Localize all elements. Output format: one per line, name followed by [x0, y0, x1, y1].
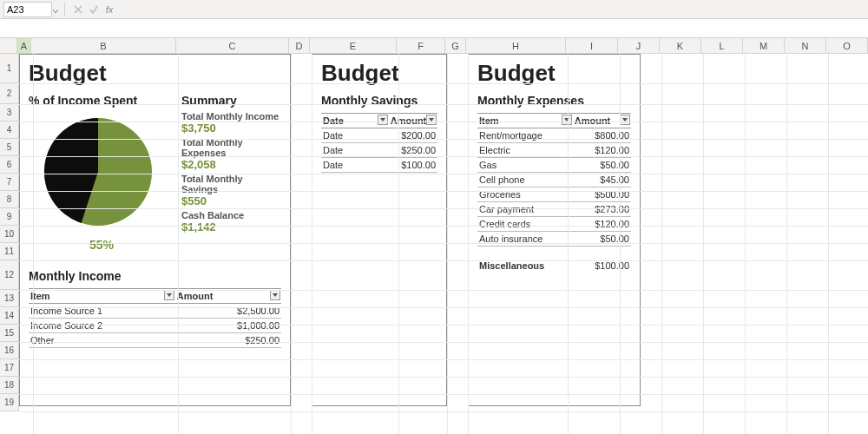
col-header-O[interactable]: O: [826, 38, 868, 54]
row-headers: 12345678910111213141516171819: [0, 54, 19, 411]
row-header-19[interactable]: 19: [0, 394, 19, 411]
enter-icon[interactable]: [88, 3, 100, 16]
sheet-area[interactable]: Budget % of Income Spent 55% Summary Tot…: [19, 54, 868, 434]
name-box[interactable]: [3, 2, 52, 17]
col-header-L[interactable]: L: [701, 38, 743, 54]
table-row[interactable]: Date$100.00: [321, 158, 437, 173]
col-header-J[interactable]: J: [618, 38, 660, 54]
cell: $100.00: [389, 158, 437, 173]
table-row[interactable]: Date$200.00: [321, 128, 437, 143]
cell: Gas: [477, 158, 573, 173]
budget-summary-panel: Budget % of Income Spent 55% Summary Tot…: [19, 54, 291, 406]
cell: Groceries: [477, 187, 573, 202]
formula-input[interactable]: [0, 21, 868, 36]
tmi-value: $3,750: [181, 122, 281, 135]
col-header-G[interactable]: G: [445, 38, 466, 54]
tme-label: Total Monthly Expenses: [181, 137, 281, 158]
income-amount-header[interactable]: Amount: [175, 289, 281, 304]
expenses-heading: Monthly Expenses: [477, 94, 631, 108]
col-header-B[interactable]: B: [31, 38, 176, 54]
cell: $2,500.00: [175, 304, 281, 319]
table-row[interactable]: Date$250.00: [321, 143, 437, 158]
row-header-11[interactable]: 11: [0, 243, 19, 260]
col-header-I[interactable]: I: [566, 38, 618, 54]
row-header-14[interactable]: 14: [0, 307, 19, 325]
row-header-9[interactable]: 9: [0, 208, 19, 226]
spreadsheet-grid: ABCDEFGHIJKLMNO 123456789101112131415161…: [0, 38, 868, 434]
table-row[interactable]: Car payment$273.00: [477, 202, 631, 217]
row-header-15[interactable]: 15: [0, 325, 19, 342]
table-row[interactable]: Electric$120.00: [477, 143, 631, 158]
col-header-C[interactable]: C: [176, 38, 289, 54]
cancel-icon[interactable]: [72, 3, 84, 16]
table-row[interactable]: Cell phone$45.00: [477, 173, 631, 187]
col-header-M[interactable]: M: [743, 38, 785, 54]
cell: $45.00: [573, 173, 631, 187]
table-row[interactable]: Gas$50.00: [477, 158, 631, 173]
cell: Credit cards: [477, 217, 573, 232]
table-row[interactable]: Other$250.00: [29, 333, 281, 348]
row-header-1[interactable]: 1: [0, 54, 19, 83]
col-header-K[interactable]: K: [660, 38, 701, 54]
row-header-18[interactable]: 18: [0, 377, 19, 394]
tmi-label: Total Monthly Income: [181, 111, 281, 122]
table-row[interactable]: Groceries$500.00: [477, 187, 631, 202]
select-all-corner[interactable]: [0, 38, 17, 54]
row-header-10[interactable]: 10: [0, 226, 19, 243]
cb-value: $1,142: [181, 220, 281, 233]
cell: Date: [321, 128, 389, 143]
col-header-A[interactable]: A: [17, 38, 31, 54]
cell: $800.00: [573, 128, 631, 143]
filter-icon[interactable]: [620, 115, 630, 125]
column-headers: ABCDEFGHIJKLMNO: [0, 38, 868, 54]
col-header-H[interactable]: H: [466, 38, 566, 54]
formula-bar: [0, 19, 868, 38]
row-header-2[interactable]: 2: [0, 83, 19, 104]
cell: Car payment: [477, 202, 573, 217]
col-header-N[interactable]: N: [785, 38, 826, 54]
row-header-7[interactable]: 7: [0, 174, 19, 191]
row-header-17[interactable]: 17: [0, 359, 19, 377]
savings-date-header[interactable]: Date: [321, 114, 389, 128]
fx-icon[interactable]: fx: [103, 3, 115, 16]
table-row[interactable]: Income Source 1$2,500.00: [29, 304, 281, 319]
cell: Date: [321, 143, 389, 158]
filter-icon[interactable]: [164, 290, 174, 300]
expenses-item-header[interactable]: Item: [477, 114, 573, 128]
cell: $120.00: [573, 143, 631, 158]
tme-value: $2,058: [181, 158, 281, 171]
savings-panel: Budget Monthly Savings Date Amount Date$…: [312, 54, 447, 406]
savings-amount-header[interactable]: Amount: [389, 114, 437, 128]
row-header-16[interactable]: 16: [0, 342, 19, 359]
row-header-13[interactable]: 13: [0, 290, 19, 307]
cell: $50.00: [573, 158, 631, 173]
col-header-E[interactable]: E: [310, 38, 397, 54]
cell: Cell phone: [477, 173, 573, 187]
income-item-header[interactable]: Item: [29, 289, 175, 304]
filter-icon[interactable]: [562, 115, 572, 125]
cell: $1,000.00: [175, 319, 281, 333]
table-row[interactable]: Rent/mortgage$800.00: [477, 128, 631, 143]
table-row[interactable]: Credit cards$120.00: [477, 217, 631, 232]
cell: $120.00: [573, 217, 631, 232]
cell: Date: [321, 158, 389, 173]
table-row[interactable]: Income Source 2$1,000.00: [29, 319, 281, 333]
filter-icon[interactable]: [270, 290, 280, 300]
row-header-5[interactable]: 5: [0, 139, 19, 156]
col-header-F[interactable]: F: [397, 38, 445, 54]
pie-chart: [37, 111, 159, 233]
row-header-6[interactable]: 6: [0, 156, 19, 174]
row-header-3[interactable]: 3: [0, 104, 19, 122]
filter-icon[interactable]: [426, 115, 437, 125]
namebox-dropdown-icon[interactable]: [52, 6, 59, 13]
cell: Income Source 2: [29, 319, 175, 333]
row-header-4[interactable]: 4: [0, 122, 19, 139]
expenses-amount-header[interactable]: Amount: [573, 114, 631, 128]
filter-icon[interactable]: [378, 115, 388, 125]
cell: $500.00: [573, 187, 631, 202]
name-box-toolbar: fx: [0, 0, 868, 19]
income-table: Item Amount Income Source 1$2,500.00Inco…: [29, 288, 281, 348]
row-header-8[interactable]: 8: [0, 191, 19, 208]
row-header-12[interactable]: 12: [0, 260, 19, 290]
col-header-D[interactable]: D: [289, 38, 310, 54]
